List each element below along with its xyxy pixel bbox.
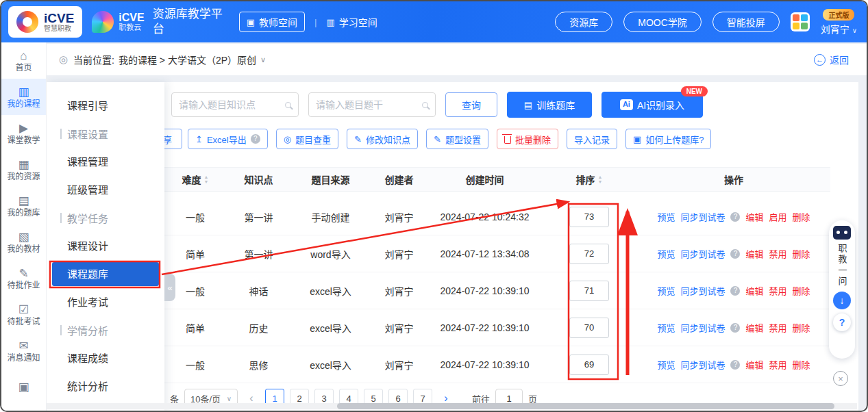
toggle-status-link[interactable]: 禁用: [769, 247, 787, 260]
sort-order-input[interactable]: [569, 318, 609, 338]
sync-help-icon[interactable]: ?: [730, 212, 740, 222]
teacher-space-button[interactable]: ▣ 教师空间: [239, 12, 305, 32]
horizontal-scrollbar-thumb[interactable]: [337, 403, 834, 409]
sync-to-paper-link[interactable]: 同步到试卷: [680, 210, 725, 223]
sidebar-item-my-resources[interactable]: ▦ 我的资源: [1, 151, 46, 188]
delete-link[interactable]: 删除: [793, 321, 810, 334]
home-icon: ⌂: [20, 50, 27, 62]
preview-link[interactable]: 预览: [657, 321, 675, 334]
toggle-status-link[interactable]: 禁用: [769, 284, 787, 297]
sync-to-paper-link[interactable]: 同步到试卷: [680, 321, 725, 334]
submenu-item-course-grades[interactable]: 课程成绩: [47, 344, 164, 372]
header-difficulty-label: 难度: [182, 172, 201, 186]
sort-order-input[interactable]: [569, 281, 609, 301]
sync-to-paper-link[interactable]: 同步到试卷: [680, 247, 725, 260]
edit-link[interactable]: 编辑: [745, 321, 763, 334]
toggle-status-link[interactable]: 禁用: [769, 358, 787, 371]
download-icon[interactable]: ↓: [833, 292, 851, 309]
table-row: 一般 神话 excel导入 刘宵宁 2024-07-22 10:39:10 预览…: [164, 272, 830, 309]
excel-export-button[interactable]: ↥ Excel导出 ?: [188, 129, 268, 149]
question-type-setting-button[interactable]: ✎ 题型设置: [426, 129, 488, 149]
edit-link[interactable]: 编辑: [745, 210, 763, 223]
sidebar-item-notifications[interactable]: ✉ 消息通知: [1, 333, 46, 369]
more-app-icon: ▣: [18, 381, 29, 393]
delete-link[interactable]: 删除: [793, 247, 810, 260]
sidebar-item-more[interactable]: ▣: [1, 369, 46, 405]
robot-assistant-icon[interactable]: [833, 226, 851, 240]
assistant-label[interactable]: 职教一问: [838, 244, 847, 287]
delete-link[interactable]: 删除: [793, 358, 810, 371]
sidebar-item-my-question-bank[interactable]: ▤ 我的题库: [1, 188, 46, 224]
search-icon[interactable]: [285, 102, 291, 108]
edit-link[interactable]: 编辑: [745, 247, 763, 260]
mooc-college-button[interactable]: MOOC学院: [623, 12, 702, 32]
sync-help-icon[interactable]: ?: [730, 360, 740, 370]
help-icon[interactable]: ?: [833, 313, 851, 331]
toggle-status-link[interactable]: 启用: [769, 210, 787, 223]
excel-help-icon[interactable]: ?: [251, 134, 260, 144]
submenu-item-course-question-bank[interactable]: 课程题库: [52, 262, 159, 286]
submenu-item-course-guide[interactable]: 课程引导: [47, 92, 164, 120]
search-icon[interactable]: [422, 102, 428, 108]
sidebar-item-my-courses[interactable]: ▥ 我的课程: [1, 79, 46, 115]
courses-icon: ▥: [18, 86, 29, 98]
header-difficulty[interactable]: 难度 ▲▼: [164, 172, 226, 186]
breadcrumb-course-path[interactable]: 我的课程 > 大学语文（2P）原创: [119, 53, 256, 66]
sidebar-item-home[interactable]: ⌂ 首页: [1, 42, 46, 79]
sort-order-input[interactable]: [569, 244, 609, 264]
preview-link[interactable]: 预览: [657, 284, 675, 297]
how-to-upload-button[interactable]: ▣ 如何上传题库?: [625, 129, 712, 149]
sync-to-paper-link[interactable]: 同步到试卷: [680, 358, 725, 371]
submenu-item-statistics[interactable]: 统计分析: [47, 372, 164, 400]
edit-link[interactable]: 编辑: [745, 284, 763, 297]
submenu-item-course-management[interactable]: 课程管理: [47, 148, 164, 176]
preview-link[interactable]: 预览: [657, 247, 675, 260]
back-button[interactable]: ← 返回: [814, 53, 849, 66]
sidebar-item-my-textbooks[interactable]: ▧ 我的教材: [1, 224, 46, 260]
sort-arrows-icon[interactable]: ▲▼: [598, 175, 603, 184]
question-stem-search-input[interactable]: [316, 99, 418, 110]
delete-link[interactable]: 删除: [793, 284, 810, 297]
course-submenu: 课程引导 课程设置 课程管理 班级管理 教学任务 课程设计 课程题库 作业考试 …: [47, 82, 164, 411]
smart-casting-button[interactable]: 智能投屏: [712, 12, 780, 32]
icve-zhihuizhijiao-logo[interactable]: iCVE 智慧职教: [8, 6, 82, 38]
cell-question-source: 手动创建: [291, 210, 370, 224]
sort-arrows-icon[interactable]: ▲▼: [204, 175, 209, 184]
sort-order-input[interactable]: [569, 355, 609, 375]
preview-link[interactable]: 预览: [657, 210, 675, 223]
sync-help-icon[interactable]: ?: [730, 249, 740, 259]
sort-order-input[interactable]: [569, 207, 609, 227]
sync-help-icon[interactable]: ?: [730, 286, 740, 296]
apps-icon[interactable]: [791, 12, 810, 31]
query-button[interactable]: 查询: [445, 92, 497, 117]
submenu-item-class-management[interactable]: 班级管理: [47, 176, 164, 204]
submenu-collapse-handle[interactable]: «: [164, 274, 175, 301]
batch-delete-button[interactable]: 批量删除: [497, 129, 558, 149]
cell-knowledge-point: 第一讲: [226, 210, 291, 224]
question-dedupe-button[interactable]: ◎ 题目查重: [276, 129, 338, 149]
sidebar-item-pending-homework[interactable]: ✎ 待批作业: [1, 260, 46, 296]
icve-zhijiaoyun-logo[interactable]: iCVE 职教云: [92, 11, 144, 33]
edit-knowledge-button[interactable]: ✎ 修改知识点: [347, 129, 418, 149]
knowledge-point-search-input[interactable]: [179, 99, 281, 110]
preview-link[interactable]: 预览: [657, 358, 675, 371]
header-operations: 操作: [637, 172, 830, 186]
edit-link[interactable]: 编辑: [745, 358, 763, 371]
sync-help-icon[interactable]: ?: [730, 323, 740, 333]
resource-library-button[interactable]: 资源库: [555, 12, 612, 32]
assistant-close-icon[interactable]: ×: [833, 371, 848, 386]
submenu-item-course-design[interactable]: 课程设计: [47, 232, 164, 260]
training-bank-button[interactable]: ▤ 训练题库: [507, 92, 592, 118]
breadcrumb-caret-icon[interactable]: ∨: [260, 55, 266, 64]
learning-space-button[interactable]: ▥ 学习空间: [326, 15, 377, 29]
submenu-item-homework-exams[interactable]: 作业考试: [47, 288, 164, 316]
ai-recognition-button[interactable]: Ai AI识别录入 NEW: [602, 92, 703, 118]
sidebar-item-pending-exams[interactable]: ☑ 待批考试: [1, 296, 46, 333]
toggle-status-link[interactable]: 禁用: [769, 321, 787, 334]
header-sort-order[interactable]: 排序 ▲▼: [541, 172, 637, 186]
sync-to-paper-link[interactable]: 同步到试卷: [680, 284, 725, 297]
delete-link[interactable]: 删除: [793, 210, 810, 223]
import-records-button[interactable]: 导入记录: [567, 129, 617, 149]
sidebar-item-classroom-teaching[interactable]: ▶ 课堂教学: [1, 115, 46, 151]
user-menu[interactable]: 正式版 刘宵宁 ∨: [821, 9, 857, 36]
